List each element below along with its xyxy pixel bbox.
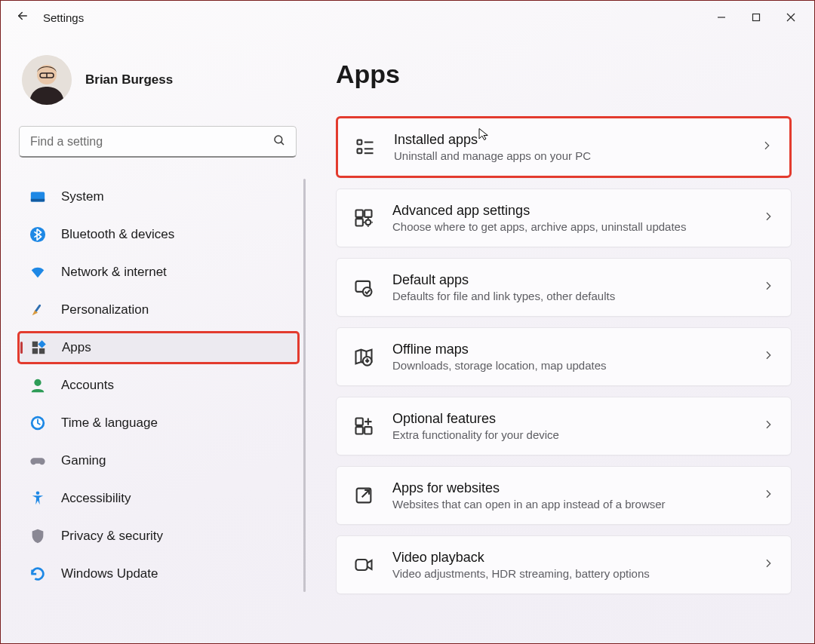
svg-rect-16 — [32, 348, 38, 354]
card-subtitle: Extra functionality for your device — [392, 428, 744, 441]
titlebar: Settings — [1, 1, 814, 34]
svg-rect-17 — [39, 348, 45, 354]
card-subtitle: Uninstall and manage apps on your PC — [394, 149, 743, 162]
svg-rect-27 — [356, 210, 363, 217]
search-icon — [272, 133, 286, 150]
open-external-icon — [353, 485, 374, 506]
svg-rect-24 — [358, 149, 362, 153]
card-subtitle: Downloads, storage location, map updates — [392, 359, 744, 372]
profile[interactable]: Brian Burgess — [17, 49, 310, 118]
svg-rect-35 — [356, 427, 363, 434]
video-icon — [353, 554, 374, 575]
avatar — [22, 55, 72, 105]
svg-rect-36 — [364, 427, 371, 434]
svg-rect-34 — [356, 419, 363, 425]
sidebar-item-gaming[interactable]: Gaming — [19, 444, 297, 477]
svg-point-21 — [36, 491, 40, 495]
minimize-button[interactable] — [704, 5, 739, 29]
bluetooth-icon — [29, 226, 46, 243]
apps-icon — [30, 339, 47, 356]
sidebar-item-accounts[interactable]: Accounts — [19, 369, 297, 402]
svg-rect-22 — [358, 140, 362, 145]
update-icon — [29, 566, 46, 582]
card-title: Optional features — [392, 411, 744, 427]
svg-point-8 — [275, 136, 282, 143]
card-title: Default apps — [392, 272, 744, 288]
card-subtitle: Defaults for file and link types, other … — [392, 290, 744, 302]
card-subtitle: Choose where to get apps, archive apps, … — [392, 220, 744, 233]
sidebar-item-bluetooth[interactable]: Bluetooth & devices — [19, 218, 297, 251]
map-icon — [353, 346, 374, 367]
sidebar-item-label: Accessibility — [61, 491, 131, 506]
chevron-right-icon — [762, 349, 774, 364]
card-apps-for-websites[interactable]: Apps for websites Websites that can open… — [336, 466, 792, 525]
sidebar: Brian Burgess System — [1, 34, 310, 644]
sidebar-item-label: Network & internet — [61, 265, 167, 280]
sidebar-item-accessibility[interactable]: Accessibility — [19, 482, 297, 515]
sidebar-item-label: Privacy & security — [61, 529, 163, 544]
system-icon — [29, 189, 46, 205]
sidebar-item-personalization[interactable]: Personalization — [19, 293, 297, 327]
chevron-right-icon — [762, 419, 774, 434]
svg-rect-14 — [32, 342, 38, 347]
maximize-button[interactable] — [739, 5, 773, 29]
settings-window: Settings — [0, 0, 815, 644]
card-title: Installed apps — [394, 132, 743, 148]
chevron-right-icon — [762, 557, 774, 572]
search-input[interactable] — [19, 126, 297, 158]
sidebar-item-label: Bluetooth & devices — [61, 227, 174, 242]
cards-list: Installed apps Uninstall and manage apps… — [336, 116, 792, 594]
card-video-playback[interactable]: Video playback Video adjustments, HDR st… — [336, 535, 792, 594]
sidebar-item-apps[interactable]: Apps — [17, 331, 300, 364]
sidebar-item-network[interactable]: Network & internet — [19, 256, 297, 289]
card-title: Advanced app settings — [392, 203, 744, 219]
svg-rect-11 — [31, 199, 45, 202]
card-installed-apps[interactable]: Installed apps Uninstall and manage apps… — [336, 116, 792, 178]
card-subtitle: Video adjustments, HDR streaming, batter… — [392, 567, 744, 580]
sidebar-item-label: Windows Update — [61, 566, 158, 581]
svg-point-18 — [34, 379, 41, 386]
card-optional-features[interactable]: Optional features Extra functionality fo… — [336, 397, 792, 455]
sidebar-item-time-language[interactable]: Time & language — [19, 406, 297, 440]
card-default-apps[interactable]: Default apps Defaults for file and link … — [336, 258, 792, 317]
card-subtitle: Websites that can open in an app instead… — [392, 498, 744, 511]
sidebar-item-label: Gaming — [61, 453, 106, 468]
back-button[interactable] — [16, 9, 29, 26]
card-title: Apps for websites — [392, 480, 744, 496]
clock-globe-icon — [29, 415, 46, 431]
sidebar-item-label: System — [61, 189, 104, 204]
card-advanced-app-settings[interactable]: Advanced app settings Choose where to ge… — [336, 189, 792, 247]
svg-point-30 — [365, 219, 371, 225]
advanced-settings-icon — [353, 207, 374, 228]
sidebar-item-label: Personalization — [61, 302, 149, 317]
card-offline-maps[interactable]: Offline maps Downloads, storage location… — [336, 327, 792, 386]
nav-scrollbar[interactable] — [303, 179, 306, 592]
installed-apps-icon — [355, 136, 376, 158]
svg-rect-38 — [356, 560, 368, 570]
chevron-right-icon — [762, 280, 774, 295]
wifi-icon — [29, 264, 46, 281]
card-title: Video playback — [392, 550, 744, 566]
sidebar-item-label: Time & language — [61, 416, 158, 431]
chevron-right-icon — [761, 140, 773, 155]
card-title: Offline maps — [392, 342, 744, 357]
default-apps-icon — [353, 277, 374, 298]
sidebar-item-system[interactable]: System — [19, 180, 297, 213]
chevron-right-icon — [762, 488, 774, 503]
svg-rect-29 — [356, 219, 363, 225]
sidebar-item-privacy[interactable]: Privacy & security — [19, 520, 297, 553]
sidebar-item-windows-update[interactable]: Windows Update — [19, 557, 297, 590]
gamepad-icon — [29, 452, 46, 469]
svg-rect-28 — [364, 210, 371, 217]
chevron-right-icon — [762, 210, 774, 225]
svg-point-32 — [363, 287, 372, 296]
page-title: Apps — [336, 60, 792, 89]
paintbrush-icon — [29, 302, 46, 318]
person-icon — [29, 377, 46, 394]
svg-rect-13 — [35, 304, 42, 312]
search-wrap — [19, 126, 297, 158]
sidebar-item-label: Apps — [62, 340, 91, 355]
svg-line-9 — [281, 142, 284, 145]
close-button[interactable] — [773, 5, 808, 29]
accessibility-icon — [29, 490, 46, 507]
